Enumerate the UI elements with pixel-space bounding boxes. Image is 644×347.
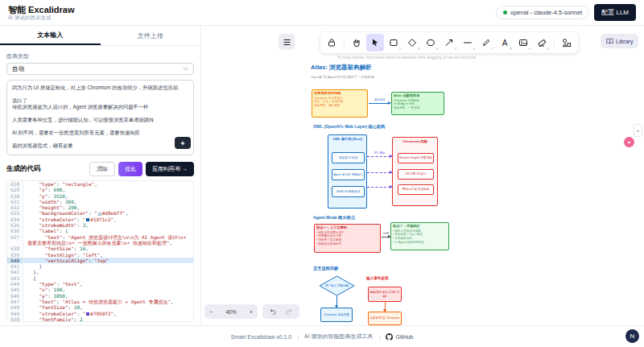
diagram-arrow[interactable] — [385, 302, 386, 312]
line-number: 647 — [7, 299, 23, 304]
diagram-subbox[interactable]: Agent 运行时 调度执行 — [332, 169, 365, 180]
eraser-tool[interactable]: 0 — [533, 34, 551, 52]
code-line: 649 "strokeColor": "#7950f2", — [7, 311, 193, 316]
diagram-subbox[interactable]: V8 引擎 JS 执行 — [398, 169, 434, 180]
status-dot-icon — [503, 10, 507, 14]
box-title: 特点一：上下文感知 — [315, 225, 380, 231]
redo-button[interactable] — [285, 308, 292, 315]
diagram-text[interactable]: Atlas: 浏览器架构解析 — [311, 64, 371, 72]
box-title: 传统浏览器的局限 — [312, 90, 367, 97]
tool-shortcut: 2 — [399, 47, 401, 51]
github-link[interactable]: GitHub — [386, 333, 413, 341]
more-shapes-tool[interactable] — [558, 34, 576, 52]
diagram-subbox[interactable]: 本地存储 隐私数据 — [332, 186, 365, 197]
zoom-in-button[interactable]: + — [250, 309, 253, 315]
line-number: 637 — [7, 234, 23, 246]
diagram-diamond[interactable]: 用户输入 类型判断 — [319, 275, 355, 296]
diagram-subbox[interactable]: 网络与沙箱 安全隔离 — [398, 184, 434, 195]
line-tool[interactable]: 6 — [459, 34, 477, 52]
diagram-arrow[interactable] — [367, 172, 392, 173]
selection-icon — [370, 38, 380, 48]
diagram-text[interactable]: OWL (OpenAI's Web Layer) 核心架构 — [313, 124, 385, 130]
lock-icon — [327, 38, 336, 48]
footer-tagline: AI 驱动的智能图表生成工具 — [304, 333, 374, 341]
code-line: 637 "text": "Agent 浏览器设计理念\n\n为 AI Agent… — [7, 234, 193, 246]
diagram-box[interactable]: 传统浏览器的局限Chromium 为人类设计交互：点击 + 滚动浏览信息获取：逐… — [312, 89, 368, 118]
diagram-arrow[interactable]: 架构演进 — [369, 103, 390, 104]
library-button[interactable]: Library — [601, 34, 638, 48]
ellipse-tool[interactable]: 4 — [422, 34, 440, 52]
feedback-button[interactable]: ♥ — [624, 137, 634, 147]
diagram-arrow[interactable]: IPC 通信 — [367, 156, 392, 157]
panel-collapse-handle[interactable]: « — [634, 124, 642, 137]
arrow-icon — [444, 38, 454, 48]
undo-button[interactable] — [270, 308, 277, 315]
code-line: 645 "x": 100, — [7, 287, 193, 292]
text-tool[interactable]: A8 — [496, 34, 514, 52]
send-button[interactable] — [175, 137, 191, 149]
selection-tool[interactable]: 1 — [366, 34, 384, 52]
line-number: 636 — [7, 228, 23, 233]
apply-to-canvas-button[interactable]: 应用到画布 → — [146, 162, 194, 176]
tool-shortcut: 7 — [492, 47, 493, 51]
code-line: 635 "strokeWidth": 3, — [7, 222, 193, 228]
chart-type-select[interactable]: 自动 — [6, 63, 194, 75]
image-icon — [518, 38, 528, 48]
diagram-text[interactable]: 输入事件处理 — [366, 276, 389, 280]
zoom-out-button[interactable]: − — [209, 309, 213, 315]
model-badge[interactable]: openai - claude-4.5-sonnet — [496, 6, 589, 19]
image-tool[interactable]: 9 — [514, 34, 532, 52]
hand-tool[interactable] — [348, 34, 365, 52]
diagram-text[interactable]: 交互流程详解 — [313, 266, 338, 271]
hand-icon — [352, 38, 361, 48]
line-number: 631 — [7, 199, 23, 204]
code-editor[interactable]: 628 "type": "rectangle",629 "x": 600,630… — [6, 180, 194, 322]
excalidraw-canvas[interactable]: 1234567A890 Library To move canvas, hold… — [201, 26, 644, 325]
brand: 智能 Excalidraw AI 驱动的图表生成 — [8, 5, 75, 20]
line-number: 629 — [7, 187, 23, 192]
diagram-subbox[interactable]: 渲染层 UI 框架 — [332, 152, 365, 163]
tool-shortcut: 8 — [510, 47, 512, 51]
lock-tool[interactable] — [323, 34, 341, 52]
diamond-tool[interactable]: 3 — [403, 34, 421, 52]
diagram-box[interactable]: 键盘/鼠标事件 (OWL 拦截) — [368, 287, 402, 302]
diagram-box[interactable]: Atlas 全新浏览器Chromium 深度定制为 AI Agent 优化信息获… — [391, 92, 444, 115]
diagram-arrow[interactable]: 协同 — [382, 237, 390, 238]
diagram-container[interactable]: OWL 核心层 (Rust)渲染层 UI 框架Agent 运行时 调度执行本地存… — [328, 134, 367, 209]
diamond-label: 用户输入 类型判断 — [319, 275, 355, 296]
menu-button[interactable] — [279, 34, 295, 50]
user-avatar[interactable]: N — [625, 329, 639, 343]
config-llm-button[interactable]: 配置 LLM — [594, 4, 636, 21]
tab-file-upload[interactable]: 文件上传 — [101, 26, 201, 45]
code-line: 630 "y": 3520, — [7, 193, 193, 199]
zoom-value[interactable]: 40% — [225, 309, 236, 315]
code-line: 632 "height": 200, — [7, 204, 193, 210]
toolbar-divider — [554, 37, 555, 48]
diagram-text[interactable]: OpenAI 为 Agent 时代打造的下一代浏览器 — [311, 75, 374, 79]
diagram-subbox[interactable]: Browser Engine 页面渲染 — [398, 153, 434, 163]
prompt-input[interactable]: 因为只为 UI 层做定制化，对上游 Chromium 的改动很少，升级跟进也容易… — [6, 80, 194, 155]
diagram-box[interactable]: 特点二：代理执行• 模拟人类操作浏览器• 自动填表 / 点击 / 跳转• 任务级… — [390, 222, 449, 250]
line-number: 634 — [7, 217, 23, 222]
container-title: Chromium 内核 — [393, 138, 437, 143]
diagram-box[interactable]: Chromium 渲染页面 — [320, 308, 353, 322]
app-subtitle: AI 驱动的图表生成 — [8, 14, 75, 20]
diagram-arrow[interactable] — [336, 296, 337, 308]
code-line: 648 "fontSize": 20, — [7, 304, 193, 310]
arrow-tool[interactable]: 5 — [440, 34, 458, 52]
box-title: Atlas 全新浏览器 — [392, 93, 444, 99]
rectangle-tool[interactable]: 2 — [385, 34, 402, 52]
diagram-text[interactable]: Agent Mode 两大特点 — [313, 215, 355, 221]
diagram-box[interactable]: 特点一：上下文感知• 读取当前页面与历史• 无需重复描述背景• 理解用户真实意图… — [314, 224, 381, 253]
draw-tool[interactable]: 7 — [477, 34, 495, 52]
tab-text-input[interactable]: 文本输入 — [0, 26, 101, 45]
diagram-arrow[interactable] — [367, 187, 392, 188]
line-number: 640 — [7, 258, 23, 263]
optimize-button[interactable]: 优化 — [118, 162, 142, 176]
code-line: 641 } — [7, 263, 193, 269]
clear-button[interactable]: 清除 — [89, 162, 115, 176]
diagram-container[interactable]: Chromium 内核Browser Engine 页面渲染V8 引擎 JS 执… — [392, 137, 438, 206]
diagram-box[interactable]: 转发处理 至 Chromium — [368, 312, 402, 325]
ellipse-icon — [426, 38, 436, 48]
tool-shortcut: 3 — [418, 47, 419, 51]
